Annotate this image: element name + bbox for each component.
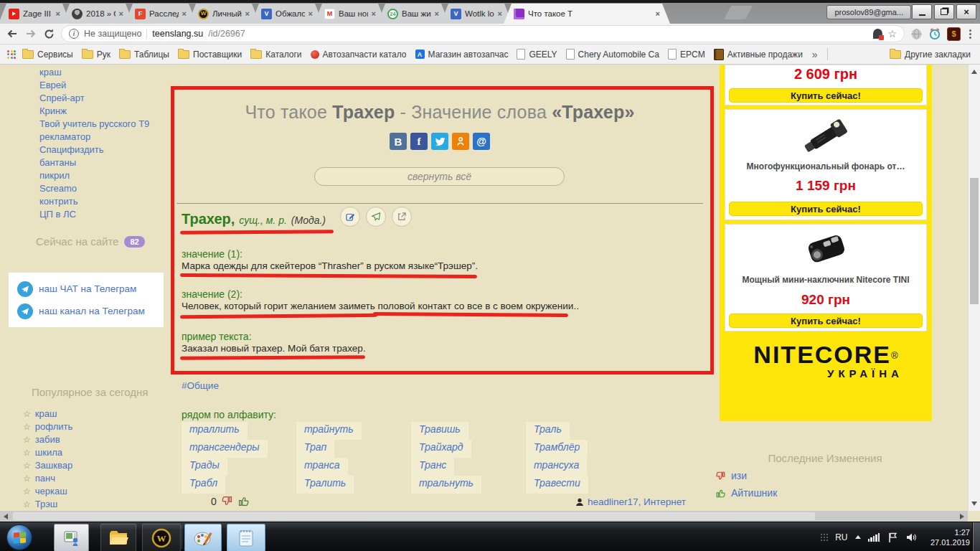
author-link[interactable]: headliner17, Интернет: [588, 496, 686, 507]
bookmark-avtozapchasti[interactable]: Автозапчасти катало: [307, 48, 410, 61]
taskbar-notepad-button[interactable]: [227, 524, 265, 551]
thumb-up-icon[interactable]: [237, 495, 250, 507]
close-icon[interactable]: ×: [308, 9, 313, 18]
address-bar[interactable]: i Не защищено teenslang.su /id/26967 ☆: [61, 25, 905, 42]
new-tab-button[interactable]: [724, 6, 753, 19]
bookmark-tablicy[interactable]: Таблицы: [116, 48, 173, 61]
close-icon[interactable]: ×: [435, 9, 439, 18]
other-bookmarks[interactable]: Другие закладки: [886, 48, 974, 61]
tab-zage[interactable]: Zage III [HD ×: [0, 4, 70, 24]
alarm-clock-extension-icon[interactable]: [928, 27, 941, 40]
sidebar-word[interactable]: Еврей: [39, 79, 149, 92]
vk-share-icon[interactable]: В: [390, 133, 407, 150]
close-icon[interactable]: ×: [498, 9, 502, 18]
blocked-extension-icon[interactable]: [873, 29, 882, 39]
bookmark-geely[interactable]: GEELY: [513, 47, 560, 61]
recent-item-down[interactable]: изи: [715, 470, 936, 481]
bookmark-magazin[interactable]: AМагазин автозапчас: [412, 48, 512, 61]
word-term[interactable]: Трахер,: [182, 211, 235, 227]
bookmark-katalogi[interactable]: Каталоги: [247, 48, 305, 61]
twitter-share-icon[interactable]: [431, 133, 448, 150]
vertical-scrollbar[interactable]: [968, 65, 980, 511]
nearby-word[interactable]: трайнуть: [296, 422, 362, 440]
popular-item[interactable]: ☆краш: [23, 408, 72, 420]
nearby-word[interactable]: трансгендеры: [182, 440, 268, 458]
info-icon[interactable]: i: [69, 29, 79, 39]
nearby-word[interactable]: траллить: [182, 422, 248, 440]
show-desktop-button[interactable]: [972, 522, 980, 551]
nearby-word[interactable]: трансуха: [526, 458, 587, 476]
back-icon[interactable]: [6, 27, 19, 40]
close-icon[interactable]: ×: [372, 9, 376, 18]
sidebar-word[interactable]: пикрил: [39, 169, 149, 182]
scroll-down-arrow-icon[interactable]: [971, 501, 977, 506]
bookmark-aktivnye[interactable]: Активные продажи: [710, 47, 806, 62]
bookmark-epcm[interactable]: EPCM: [664, 47, 709, 61]
nearby-word[interactable]: Трады: [182, 458, 227, 476]
bookmark-chery[interactable]: Chery Automobile Ca: [562, 47, 663, 61]
start-button[interactable]: [6, 524, 32, 550]
buy-now-button[interactable]: Купить сейчас!: [729, 202, 923, 216]
tab-wotlk[interactable]: V Wotlk logo ×: [440, 4, 512, 24]
language-indicator[interactable]: RU: [835, 532, 847, 542]
nearby-word[interactable]: Транс: [411, 458, 454, 476]
nitecore-logo[interactable]: NITECORE® УКРАЇНА: [720, 341, 932, 380]
tab-obzhalovan[interactable]: V Обжалован ×: [251, 4, 323, 24]
reload-icon[interactable]: [43, 28, 55, 40]
sidebar-word[interactable]: Твой учитель русского Т9: [39, 118, 149, 131]
tab-rassledova[interactable]: F Расследова ×: [125, 4, 197, 24]
bookmark-ruk[interactable]: Рук: [78, 48, 114, 61]
close-icon[interactable]: ×: [656, 9, 660, 18]
edit-button[interactable]: [340, 207, 360, 227]
clock[interactable]: 1:27 27.01.2019: [924, 527, 970, 547]
globe-extension-icon[interactable]: [910, 28, 923, 40]
tab-2018[interactable]: 2018 » Стра ×: [62, 4, 133, 24]
ad-card-2[interactable]: Многофункциональный фонарь от… 1 159 грн…: [725, 109, 927, 220]
sidebar-word[interactable]: Screamo: [39, 182, 149, 195]
popular-item[interactable]: ☆панч: [23, 472, 72, 485]
sidebar-word[interactable]: Кринж: [39, 105, 149, 118]
popular-item[interactable]: ☆Трэш: [23, 498, 72, 511]
scroll-up-arrow-icon[interactable]: [971, 70, 977, 74]
nearby-word[interactable]: Трабл: [182, 476, 225, 494]
scroll-left-arrow-icon[interactable]: [4, 514, 8, 519]
ad-card-3[interactable]: Мощный мини-наключник Nitecore TINI 920 …: [725, 224, 927, 331]
restore-button[interactable]: [934, 4, 954, 19]
close-icon[interactable]: ×: [182, 9, 187, 18]
nearby-word[interactable]: тральнуть: [411, 476, 481, 494]
hashtag-link[interactable]: #Общие: [182, 380, 219, 391]
show-hidden-icons-arrow[interactable]: [855, 535, 861, 539]
close-icon[interactable]: ×: [56, 9, 60, 18]
close-icon[interactable]: ×: [119, 9, 123, 18]
sidebar-word[interactable]: Спацифиздить: [39, 143, 149, 156]
popular-item[interactable]: ☆черкаш: [23, 485, 72, 498]
nearby-word[interactable]: Травишь: [411, 422, 468, 440]
tab-zhiviy[interactable]: 24 Ваш живий ×: [377, 4, 449, 24]
minimize-button[interactable]: [912, 4, 932, 19]
popular-item[interactable]: ☆Зашквар: [23, 459, 72, 472]
nearby-word[interactable]: Трайхард: [411, 440, 471, 458]
forward-icon[interactable]: [24, 27, 37, 40]
speaker-icon[interactable]: [905, 532, 917, 543]
nearby-word[interactable]: Травести: [526, 476, 588, 494]
apps-grid-icon[interactable]: [6, 49, 17, 60]
thumb-down-icon[interactable]: [221, 495, 233, 507]
telegram-chat-link[interactable]: наш ЧАТ на Телеграм: [17, 281, 164, 297]
nearby-word[interactable]: Траль: [526, 422, 570, 440]
taskbar-explorer-button[interactable]: [100, 524, 136, 551]
telegram-channel-link[interactable]: наш канал на Телеграм: [17, 303, 164, 319]
sidebar-word[interactable]: рекламатор: [39, 131, 149, 143]
dollar-extension-icon[interactable]: $: [947, 27, 961, 41]
send-button[interactable]: [366, 207, 386, 227]
vertical-scroll-thumb[interactable]: [970, 178, 979, 304]
network-icon[interactable]: [868, 533, 880, 542]
recent-item-up[interactable]: Айтишник: [715, 487, 936, 499]
scroll-right-arrow-icon[interactable]: [960, 514, 964, 519]
buy-now-button[interactable]: Купить сейчас!: [729, 88, 923, 103]
chrome-menu-icon[interactable]: [966, 29, 974, 39]
bookmark-star-icon[interactable]: ☆: [887, 29, 897, 39]
nearby-word[interactable]: Трамблёр: [526, 440, 588, 458]
ad-card-1[interactable]: 2 609 грн Купить сейчас!: [725, 65, 927, 105]
sidebar-word[interactable]: бантаны: [39, 156, 149, 169]
close-icon[interactable]: ×: [245, 9, 250, 18]
